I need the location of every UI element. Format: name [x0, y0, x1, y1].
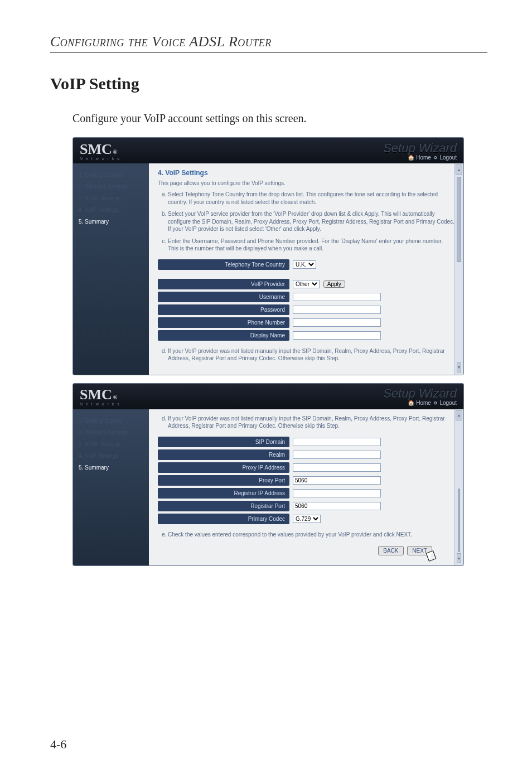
- step-c: Enter the Username, Password and Phone N…: [168, 238, 454, 253]
- proxy-ip-label: Proxy IP Address: [158, 462, 289, 473]
- body-row: 1. Getting Started 2. Wireless Settings …: [73, 409, 463, 566]
- nav-item-adsl[interactable]: 3. ADSL Settings: [73, 438, 149, 450]
- scroll-down-icon[interactable]: ▾: [457, 362, 461, 373]
- home-icon: 🏠: [408, 400, 414, 406]
- tone-country-label: Telephony Tone Country: [158, 259, 289, 270]
- brand-subtext: N e t w o r k s: [80, 157, 120, 161]
- content-pane: If your VoIP provider was not listed man…: [149, 409, 463, 566]
- display-name-label: Display Name: [158, 330, 289, 341]
- registrar-port-label: Registrar Port: [158, 501, 289, 511]
- nav-item-voip[interactable]: 4. VoIP Settings: [73, 204, 149, 216]
- page-number: 4-6: [50, 737, 66, 752]
- password-input[interactable]: [293, 306, 381, 314]
- brand-block: SMC® N e t w o r k s: [80, 141, 120, 161]
- home-link[interactable]: Home: [416, 154, 431, 161]
- scroll-up-icon[interactable]: ▴: [456, 410, 462, 420]
- sip-domain-input[interactable]: [293, 438, 381, 446]
- realm-input[interactable]: [293, 451, 381, 459]
- app-header: SMC® N e t w o r k s Setup Wizard 🏠 Home…: [73, 138, 463, 163]
- provider-select[interactable]: Other: [293, 280, 320, 288]
- content-pane: 4. VoIP Settings This page allows you to…: [149, 163, 463, 375]
- header-right: Setup Wizard 🏠 Home ⭘ Logout: [383, 386, 457, 406]
- step-a: Select Telephony Tone Country from the d…: [168, 191, 454, 206]
- logout-link[interactable]: Logout: [439, 400, 457, 406]
- scrollbar[interactable]: ▴ ▾: [454, 163, 463, 375]
- content-intro: This page allows you to configure the Vo…: [158, 180, 454, 186]
- brand-subtext: N e t w o r k s: [80, 402, 120, 406]
- password-label: Password: [158, 304, 289, 315]
- brand-logo: SMC®: [80, 141, 120, 158]
- nav-item-summary[interactable]: 5. Summary: [73, 462, 149, 473]
- scroll-up-icon[interactable]: ▴: [456, 165, 462, 175]
- scroll-thumb[interactable]: [458, 488, 460, 552]
- wizard-buttons: BACK NEXT: [158, 543, 454, 558]
- divider: [50, 52, 487, 53]
- screenshot-voip-bottom: SMC® N e t w o r k s Setup Wizard 🏠 Home…: [72, 383, 464, 567]
- proxy-port-input[interactable]: [293, 476, 381, 485]
- intro-paragraph: Configure your VoIP account settings on …: [72, 112, 487, 125]
- voip-fields-table: VoIP Provider Other Apply Username: [158, 277, 454, 343]
- sip-domain-label: SIP Domain: [158, 437, 289, 447]
- nav-item-getting-started[interactable]: 1. Getting Started: [73, 415, 149, 427]
- logout-icon: ⭘: [433, 154, 438, 161]
- chapter-title: Configuring the Voice ADSL Router: [50, 33, 487, 50]
- phone-input[interactable]: [293, 318, 381, 327]
- back-button[interactable]: BACK: [378, 546, 403, 555]
- screenshot-voip-top: SMC® N e t w o r k s Setup Wizard 🏠 Home…: [72, 137, 464, 375]
- registrar-ip-input[interactable]: [293, 489, 381, 497]
- realm-label: Realm: [158, 449, 289, 460]
- proxy-ip-input[interactable]: [293, 463, 381, 472]
- scrollbar[interactable]: ▴ ▾: [454, 409, 463, 566]
- steps-list-cont: Check the values entered correspond to t…: [158, 531, 454, 539]
- scroll-down-icon[interactable]: ▾: [457, 553, 461, 563]
- app-header: SMC® N e t w o r k s Setup Wizard 🏠 Home…: [73, 384, 463, 409]
- logout-link[interactable]: Logout: [439, 154, 457, 161]
- home-icon: 🏠: [408, 154, 414, 161]
- wizard-nav: 1. Getting Started 2. Wireless Settings …: [73, 409, 149, 566]
- section-title: VoIP Setting: [50, 74, 487, 93]
- step-d: If your VoIP provider was not listed man…: [168, 347, 454, 362]
- logout-icon: ⭘: [433, 400, 438, 406]
- header-right: Setup Wizard 🏠 Home ⭘ Logout: [383, 141, 457, 161]
- next-button[interactable]: NEXT: [407, 546, 432, 555]
- phone-label: Phone Number: [158, 317, 289, 328]
- steps-list-cont: If your VoIP provider was not listed man…: [158, 347, 454, 362]
- brand-name: SMC: [80, 386, 112, 403]
- setup-wizard-title: Setup Wizard: [383, 141, 457, 156]
- step-d: If your VoIP provider was not listed man…: [168, 415, 454, 430]
- home-link[interactable]: Home: [416, 400, 431, 406]
- brand-block: SMC® N e t w o r k s: [80, 386, 120, 406]
- primary-codec-select[interactable]: G.729: [293, 515, 321, 523]
- setup-wizard-title: Setup Wizard: [383, 386, 457, 401]
- nav-item-getting-started[interactable]: 1. Getting Started: [73, 169, 149, 181]
- tone-country-select[interactable]: U.K.: [293, 260, 316, 269]
- wizard-nav: 1. Getting Started 2. Wireless Settings …: [73, 163, 149, 375]
- nav-item-wireless[interactable]: 2. Wireless Settings: [73, 181, 149, 192]
- registrar-ip-label: Registrar IP Address: [158, 488, 289, 499]
- content-heading: 4. VoIP Settings: [158, 169, 454, 177]
- registrar-port-input[interactable]: [293, 502, 381, 510]
- primary-codec-label: Primary Codec: [158, 514, 289, 524]
- scroll-thumb[interactable]: [457, 177, 461, 262]
- nav-item-adsl[interactable]: 3. ADSL Settings: [73, 192, 149, 204]
- apply-button[interactable]: Apply: [323, 280, 345, 288]
- nav-item-wireless[interactable]: 2. Wireless Settings: [73, 427, 149, 438]
- step-b: Select your VoIP service provider from t…: [168, 210, 454, 233]
- provider-label: VoIP Provider: [158, 279, 289, 289]
- steps-list: Select Telephony Tone Country from the d…: [158, 191, 454, 253]
- proxy-port-label: Proxy Port: [158, 475, 289, 486]
- body-row: 1. Getting Started 2. Wireless Settings …: [73, 163, 463, 375]
- username-input[interactable]: [293, 293, 381, 301]
- brand-name: SMC: [80, 141, 112, 158]
- username-label: Username: [158, 292, 289, 302]
- tone-country-table: Telephony Tone Country U.K.: [158, 257, 454, 272]
- steps-list: If your VoIP provider was not listed man…: [158, 415, 454, 430]
- nav-item-summary[interactable]: 5. Summary: [73, 216, 149, 228]
- advanced-fields-table: SIP Domain Realm Proxy IP Address P: [158, 434, 454, 526]
- brand-logo: SMC®: [80, 386, 120, 403]
- step-e: Check the values entered correspond to t…: [168, 531, 454, 539]
- nav-item-voip[interactable]: 4. VoIP Settings: [73, 450, 149, 462]
- display-name-input[interactable]: [293, 331, 381, 340]
